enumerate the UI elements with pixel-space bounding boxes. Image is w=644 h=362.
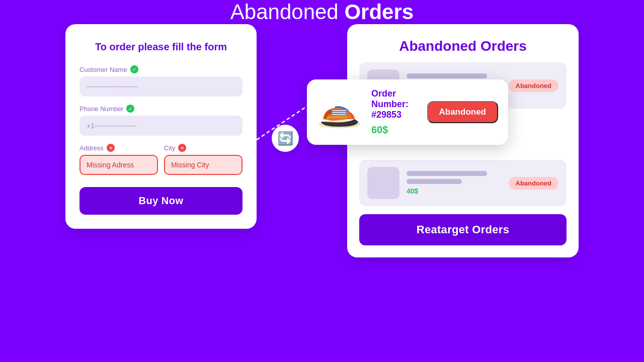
address-input[interactable] — [79, 155, 158, 175]
city-error-icon: ✕ — [178, 144, 186, 152]
address-label: Address ✕ — [79, 144, 158, 152]
customer-name-input[interactable] — [79, 76, 243, 97]
form-card: To order please fill the form Customer N… — [65, 24, 257, 229]
retarget-button[interactable]: Reatarget Orders — [359, 214, 567, 245]
order-3-lines — [407, 171, 502, 184]
order-1-badge: Abandoned — [509, 79, 559, 92]
page-title: Abandoned Orders — [230, 0, 414, 24]
customer-name-label: Customer Name ✓ — [79, 65, 243, 73]
phone-label: Phone Number ✓ — [79, 105, 243, 113]
address-error-icon: ✕ — [107, 144, 115, 152]
phone-input[interactable] — [79, 116, 243, 136]
order-3-line-2 — [407, 179, 462, 184]
sync-icon: 🔄 — [272, 125, 299, 152]
order-3-thumbnail — [367, 167, 399, 199]
address-row: Address ✕ City ✕ — [79, 144, 243, 175]
featured-order-price: 60$ — [371, 124, 418, 136]
featured-order-abandoned-badge[interactable]: Abandoned — [427, 101, 499, 123]
featured-order-card: Order Number: #29853 60$ Abandoned — [307, 79, 508, 145]
order-3-badge: Abandoned — [509, 177, 559, 190]
city-field: City ✕ — [164, 144, 243, 175]
featured-shoe-image — [317, 94, 362, 130]
orders-panel: Abandoned Orders 20$ Abandoned — [347, 24, 579, 257]
order-row-3: 40$ Abandoned — [359, 160, 567, 206]
order-3-line-1 — [407, 171, 487, 176]
buy-now-button[interactable]: Buy Now — [79, 187, 243, 215]
order-3-info: 40$ — [407, 171, 502, 195]
featured-order-number: Order Number: #29853 — [371, 88, 418, 120]
address-field: Address ✕ — [79, 144, 158, 175]
featured-order-info: Order Number: #29853 60$ — [371, 88, 418, 136]
city-input[interactable] — [164, 155, 243, 175]
phone-check-icon: ✓ — [126, 105, 134, 113]
order-3-price: 40$ — [407, 187, 502, 195]
form-title: To order please fill the form — [79, 40, 243, 53]
order-1-line-1 — [407, 73, 487, 78]
main-content: To order please fill the form Customer N… — [0, 24, 644, 257]
city-label: City ✕ — [164, 144, 243, 152]
orders-panel-title: Abandoned Orders — [359, 38, 567, 54]
customer-name-check-icon: ✓ — [130, 65, 138, 73]
